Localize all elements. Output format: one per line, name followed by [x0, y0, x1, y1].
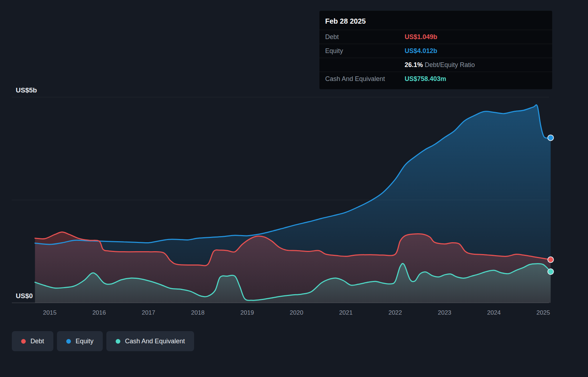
tooltip-equity-value: US$4.012b [405, 47, 546, 55]
tooltip-row-equity: Equity US$4.012b [319, 44, 552, 58]
y-axis-label: US$5b [16, 86, 37, 94]
debt-legend-dot-icon [21, 339, 26, 344]
chart-tooltip: Feb 28 2025 Debt US$1.049b Equity US$4.0… [319, 11, 552, 89]
legend-label-debt: Debt [30, 338, 44, 345]
cash-endpoint-marker [548, 269, 554, 275]
tooltip-row-debt: Debt US$1.049b [319, 30, 552, 44]
chart-legend: Debt Equity Cash And Equivalent [12, 331, 194, 351]
tooltip-debt-label: Debt [325, 33, 405, 41]
legend-item-cash[interactable]: Cash And Equivalent [106, 331, 194, 351]
x-axis-label: 2024 [487, 309, 501, 316]
x-axis-label: 2020 [290, 309, 303, 316]
x-axis-label: 2016 [92, 309, 106, 316]
debt-endpoint-marker [548, 257, 554, 263]
cash-legend-dot-icon [116, 339, 120, 344]
tooltip-ratio-label: Debt/Equity Ratio [425, 61, 475, 68]
tooltip-date: Feb 28 2025 [319, 12, 552, 30]
tooltip-ratio: 26.1% Debt/Equity Ratio [405, 61, 546, 69]
y-axis-label: US$0 [16, 292, 33, 300]
debt-equity-history-panel: US$0US$5b2015201620172018201920202021202… [0, 0, 588, 377]
x-axis-label: 2018 [191, 309, 204, 316]
x-axis-label: 2022 [389, 309, 402, 316]
tooltip-equity-label: Equity [325, 47, 405, 55]
x-axis-label: 2023 [438, 309, 451, 316]
tooltip-row-ratio: 26.1% Debt/Equity Ratio [319, 58, 552, 72]
x-axis-label: 2021 [339, 309, 353, 316]
equity-endpoint-marker [548, 135, 554, 140]
tooltip-debt-value: US$1.049b [405, 33, 546, 41]
legend-item-equity[interactable]: Equity [57, 331, 103, 351]
legend-label-equity: Equity [76, 338, 93, 345]
tooltip-row-cash: Cash And Equivalent US$758.403m [319, 72, 552, 86]
x-axis-label: 2025 [536, 309, 550, 316]
x-axis-label: 2019 [240, 309, 254, 316]
tooltip-cash-label: Cash And Equivalent [325, 75, 405, 83]
tooltip-cash-value: US$758.403m [405, 75, 546, 83]
tooltip-ratio-value: 26.1% [405, 61, 423, 68]
equity-legend-dot-icon [66, 339, 71, 344]
x-axis-label: 2017 [142, 309, 155, 316]
x-axis-label: 2015 [43, 309, 57, 316]
legend-item-debt[interactable]: Debt [12, 331, 53, 351]
legend-label-cash: Cash And Equivalent [125, 338, 185, 345]
